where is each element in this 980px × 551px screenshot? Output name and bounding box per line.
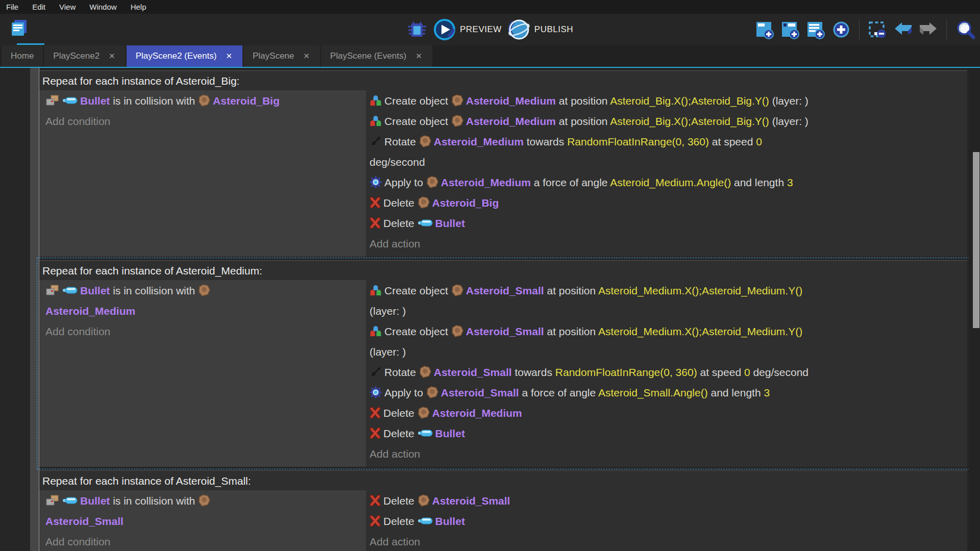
event-line: Delete Bullet xyxy=(366,511,967,532)
rotate-icon xyxy=(370,362,384,383)
tab-playscene-events-[interactable]: PlayScene (Events)✕ xyxy=(321,45,432,67)
bullet-icon xyxy=(62,91,80,111)
add-action-button[interactable]: Add action xyxy=(366,234,967,254)
event-body: Bullet is in collision with Asteroid_Sma… xyxy=(39,490,967,551)
select-remove-icon[interactable] xyxy=(867,19,888,40)
tab-label: PlayScene2 (Events) xyxy=(136,51,217,61)
tab-playscene2-events-[interactable]: PlayScene2 (Events)✕ xyxy=(127,45,242,67)
projects-icon[interactable] xyxy=(9,18,30,38)
asteroid-icon xyxy=(419,362,434,383)
collision-icon xyxy=(45,91,62,111)
collision-icon xyxy=(45,491,62,511)
menu-item-file[interactable]: File xyxy=(6,3,18,11)
condition-row[interactable]: Bullet is in collision with Asteroid_Big xyxy=(39,91,366,111)
bullet-icon xyxy=(62,491,80,511)
object-name: Bullet xyxy=(80,285,110,296)
menu-item-window[interactable]: Window xyxy=(89,3,116,11)
vertical-scrollbar[interactable] xyxy=(969,68,980,551)
preview-button[interactable]: PREVIEW xyxy=(433,18,502,41)
sentence-text: at position xyxy=(556,95,610,107)
conditions-panel[interactable]: Bullet is in collision with Asteroid_Med… xyxy=(39,280,366,467)
sentence-text: is in collision with xyxy=(110,285,198,296)
conditions-panel[interactable]: Bullet is in collision with Asteroid_Sma… xyxy=(39,490,366,551)
conditions-panel[interactable]: Bullet is in collision with Asteroid_Big… xyxy=(39,90,366,257)
event-line: Delete Bullet xyxy=(366,213,967,234)
add-action-button[interactable]: Add action xyxy=(366,532,967,551)
asteroid-icon xyxy=(418,491,432,511)
action-row[interactable]: Rotate Asteroid_Medium towards RandomFlo… xyxy=(366,132,967,172)
object-name: Asteroid_Big xyxy=(213,95,280,107)
sentence-text: at speed xyxy=(697,366,744,378)
scrollbar-thumb[interactable] xyxy=(973,152,979,328)
expression: Asteroid_Big.X();Asteroid_Big.Y() xyxy=(610,95,769,107)
action-row[interactable]: Delete Asteroid_Big xyxy=(366,193,967,213)
condition-row[interactable]: Bullet is in collision with Asteroid_Sma… xyxy=(39,491,366,532)
event-line: Create object Asteroid_Medium at positio… xyxy=(366,91,967,111)
menu-item-view[interactable]: View xyxy=(59,3,76,11)
tab-close-button[interactable]: ✕ xyxy=(414,51,423,62)
action-row[interactable]: Create object Asteroid_Medium at positio… xyxy=(366,111,967,132)
sentence-text: Delete xyxy=(383,407,418,419)
asteroid-icon xyxy=(198,491,213,511)
add-circle-icon[interactable] xyxy=(831,19,851,40)
event-line: Bullet is in collision with xyxy=(39,281,366,301)
event-line: Delete Asteroid_Small xyxy=(366,491,967,511)
tab-close-button[interactable]: ✕ xyxy=(302,51,311,62)
asteroid-icon xyxy=(426,383,441,403)
condition-row[interactable]: Bullet is in collision with Asteroid_Med… xyxy=(39,281,366,321)
tab-label: PlayScene2 xyxy=(53,51,100,61)
tab-playscene2[interactable]: PlayScene2✕ xyxy=(44,45,125,67)
tab-close-button[interactable]: ✕ xyxy=(225,51,233,62)
tab-close-button[interactable]: ✕ xyxy=(108,51,116,62)
action-row[interactable]: Apply to Asteroid_Medium a force of angl… xyxy=(366,172,967,193)
tab-home[interactable]: Home xyxy=(2,45,43,67)
publish-button[interactable]: PUBLISH xyxy=(508,18,573,41)
action-row[interactable]: Create object Asteroid_Small at position… xyxy=(366,281,967,321)
sentence-text: is in collision with xyxy=(110,495,198,507)
sentence-text: Create object xyxy=(384,285,451,296)
actions-panel[interactable]: Create object Asteroid_Medium at positio… xyxy=(366,90,967,257)
search-icon[interactable] xyxy=(954,19,976,40)
tab-playscene[interactable]: PlayScene✕ xyxy=(243,45,320,67)
add-condition-button[interactable]: Add condition xyxy=(39,532,366,551)
bullet-icon xyxy=(418,423,435,444)
action-row[interactable]: Apply to Asteroid_Small a force of angle… xyxy=(366,383,967,403)
add-comment-icon[interactable] xyxy=(805,19,826,40)
event-header[interactable]: Repeat for each instance of Asteroid_Med… xyxy=(39,260,967,280)
action-row[interactable]: Rotate Asteroid_Small towards RandomFloa… xyxy=(366,362,967,383)
menu-item-help[interactable]: Help xyxy=(131,3,146,11)
add-action-button[interactable]: Add action xyxy=(366,444,967,464)
add-condition-button[interactable]: Add condition xyxy=(39,321,366,342)
menu-item-edit[interactable]: Edit xyxy=(32,3,45,11)
actions-panel[interactable]: Create object Asteroid_Small at position… xyxy=(366,280,967,467)
asteroid-icon xyxy=(451,91,466,111)
action-row[interactable]: Delete Bullet xyxy=(366,511,967,532)
action-row[interactable]: Delete Asteroid_Small xyxy=(366,491,967,511)
expression: Asteroid_Medium.X();Asteroid_Medium.Y() xyxy=(598,325,802,337)
delete-icon xyxy=(370,491,383,511)
undo-icon[interactable] xyxy=(893,19,913,40)
asteroid-icon xyxy=(451,281,466,301)
add-event-icon[interactable] xyxy=(754,19,775,40)
debugger-icon[interactable] xyxy=(407,19,427,40)
action-row[interactable]: Delete Bullet xyxy=(366,423,967,444)
add-condition-button[interactable]: Add condition xyxy=(39,111,366,132)
expression: 3 xyxy=(787,177,793,188)
actions-panel[interactable]: Delete Asteroid_SmallDelete BulletAdd ac… xyxy=(366,490,967,551)
action-row[interactable]: Create object Asteroid_Small at position… xyxy=(366,321,967,362)
create-object-icon xyxy=(370,321,384,342)
event-header[interactable]: Repeat for each instance of Asteroid_Sma… xyxy=(39,470,967,490)
action-row[interactable]: Delete Asteroid_Medium xyxy=(366,403,967,423)
rotate-icon xyxy=(370,132,384,152)
redo-icon[interactable] xyxy=(918,19,939,40)
action-row[interactable]: Delete Bullet xyxy=(366,213,967,234)
delete-icon xyxy=(370,423,383,444)
add-subevent-icon[interactable] xyxy=(780,19,800,40)
event-rail[interactable] xyxy=(30,68,39,551)
sentence-text: and length xyxy=(731,177,787,188)
preview-label: PREVIEW xyxy=(460,24,502,35)
preview-play-icon xyxy=(433,18,456,41)
object-name: Bullet xyxy=(80,495,110,507)
action-row[interactable]: Create object Asteroid_Medium at positio… xyxy=(366,91,967,111)
event-header[interactable]: Repeat for each instance of Asteroid_Big… xyxy=(39,70,967,90)
